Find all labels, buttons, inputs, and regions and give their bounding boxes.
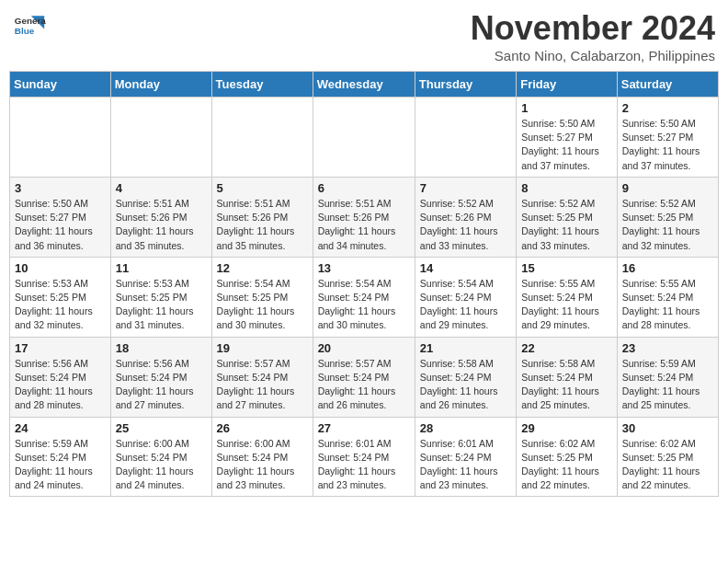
calendar-cell (415, 98, 516, 178)
calendar-cell: 26Sunrise: 6:00 AM Sunset: 5:24 PM Dayli… (211, 417, 313, 497)
calendar-body: 1Sunrise: 5:50 AM Sunset: 5:27 PM Daylig… (10, 98, 719, 497)
day-number: 15 (521, 261, 612, 275)
header-monday: Monday (110, 72, 211, 98)
calendar-cell: 25Sunrise: 6:00 AM Sunset: 5:24 PM Dayli… (110, 417, 211, 497)
calendar-cell: 5Sunrise: 5:51 AM Sunset: 5:26 PM Daylig… (211, 177, 313, 257)
calendar-cell: 11Sunrise: 5:53 AM Sunset: 5:25 PM Dayli… (110, 257, 211, 337)
day-number: 17 (15, 341, 106, 355)
week-row-2: 10Sunrise: 5:53 AM Sunset: 5:25 PM Dayli… (10, 257, 719, 337)
svg-text:General: General (15, 16, 46, 26)
day-info: Sunrise: 5:52 AM Sunset: 5:26 PM Dayligh… (420, 197, 511, 253)
calendar-cell: 28Sunrise: 6:01 AM Sunset: 5:24 PM Dayli… (415, 417, 516, 497)
day-info: Sunrise: 5:57 AM Sunset: 5:24 PM Dayligh… (217, 357, 308, 413)
day-info: Sunrise: 6:01 AM Sunset: 5:24 PM Dayligh… (318, 437, 410, 493)
day-number: 21 (420, 341, 511, 355)
day-number: 29 (521, 421, 612, 435)
day-info: Sunrise: 6:00 AM Sunset: 5:24 PM Dayligh… (116, 437, 207, 493)
calendar-cell: 13Sunrise: 5:54 AM Sunset: 5:24 PM Dayli… (313, 257, 415, 337)
day-number: 3 (15, 181, 106, 195)
calendar-cell: 30Sunrise: 6:02 AM Sunset: 5:25 PM Dayli… (617, 417, 718, 497)
calendar-cell: 29Sunrise: 6:02 AM Sunset: 5:25 PM Dayli… (517, 417, 618, 497)
day-info: Sunrise: 5:51 AM Sunset: 5:26 PM Dayligh… (318, 197, 410, 253)
day-number: 23 (622, 341, 713, 355)
day-number: 12 (217, 261, 308, 275)
day-info: Sunrise: 5:59 AM Sunset: 5:24 PM Dayligh… (622, 357, 713, 413)
day-number: 1 (521, 101, 612, 115)
day-info: Sunrise: 5:54 AM Sunset: 5:25 PM Dayligh… (217, 277, 308, 333)
day-info: Sunrise: 6:02 AM Sunset: 5:25 PM Dayligh… (521, 437, 612, 493)
svg-text:Blue: Blue (15, 26, 35, 36)
logo: General Blue (13, 9, 50, 42)
header-friday: Friday (517, 72, 618, 98)
logo-icon: General Blue (13, 9, 46, 42)
calendar-cell: 6Sunrise: 5:51 AM Sunset: 5:26 PM Daylig… (313, 177, 415, 257)
calendar-cell (313, 98, 415, 178)
calendar-cell: 17Sunrise: 5:56 AM Sunset: 5:24 PM Dayli… (10, 337, 111, 417)
calendar-cell: 10Sunrise: 5:53 AM Sunset: 5:25 PM Dayli… (10, 257, 111, 337)
day-number: 28 (420, 421, 511, 435)
month-title: November 2024 (471, 9, 715, 48)
calendar-cell: 8Sunrise: 5:52 AM Sunset: 5:25 PM Daylig… (517, 177, 618, 257)
location-title: Santo Nino, Calabarzon, Philippines (471, 48, 715, 63)
calendar-cell: 19Sunrise: 5:57 AM Sunset: 5:24 PM Dayli… (211, 337, 313, 417)
day-info: Sunrise: 5:54 AM Sunset: 5:24 PM Dayligh… (318, 277, 410, 333)
day-info: Sunrise: 5:51 AM Sunset: 5:26 PM Dayligh… (217, 197, 308, 253)
day-info: Sunrise: 5:56 AM Sunset: 5:24 PM Dayligh… (15, 357, 106, 413)
calendar-cell: 24Sunrise: 5:59 AM Sunset: 5:24 PM Dayli… (10, 417, 111, 497)
day-info: Sunrise: 5:55 AM Sunset: 5:24 PM Dayligh… (521, 277, 612, 333)
calendar-cell: 9Sunrise: 5:52 AM Sunset: 5:25 PM Daylig… (617, 177, 718, 257)
day-number: 8 (521, 181, 612, 195)
day-number: 18 (116, 341, 207, 355)
day-info: Sunrise: 5:52 AM Sunset: 5:25 PM Dayligh… (521, 197, 612, 253)
day-info: Sunrise: 5:53 AM Sunset: 5:25 PM Dayligh… (116, 277, 207, 333)
day-number: 19 (217, 341, 308, 355)
day-number: 26 (217, 421, 308, 435)
header-saturday: Saturday (617, 72, 718, 98)
header-tuesday: Tuesday (211, 72, 313, 98)
calendar-cell: 18Sunrise: 5:56 AM Sunset: 5:24 PM Dayli… (110, 337, 211, 417)
calendar-cell: 2Sunrise: 5:50 AM Sunset: 5:27 PM Daylig… (617, 98, 718, 178)
calendar-cell: 27Sunrise: 6:01 AM Sunset: 5:24 PM Dayli… (313, 417, 415, 497)
day-info: Sunrise: 5:54 AM Sunset: 5:24 PM Dayligh… (420, 277, 511, 333)
day-info: Sunrise: 5:50 AM Sunset: 5:27 PM Dayligh… (521, 117, 612, 173)
day-info: Sunrise: 6:01 AM Sunset: 5:24 PM Dayligh… (420, 437, 511, 493)
title-block: November 2024 Santo Nino, Calabarzon, Ph… (471, 9, 715, 63)
day-number: 6 (318, 181, 410, 195)
day-number: 16 (622, 261, 713, 275)
day-number: 9 (622, 181, 713, 195)
day-info: Sunrise: 5:57 AM Sunset: 5:24 PM Dayligh… (318, 357, 410, 413)
day-number: 20 (318, 341, 410, 355)
day-info: Sunrise: 5:55 AM Sunset: 5:24 PM Dayligh… (622, 277, 713, 333)
calendar-cell (10, 98, 111, 178)
day-info: Sunrise: 5:58 AM Sunset: 5:24 PM Dayligh… (420, 357, 511, 413)
day-number: 13 (318, 261, 410, 275)
day-number: 25 (116, 421, 207, 435)
header-thursday: Thursday (415, 72, 516, 98)
day-number: 27 (318, 421, 410, 435)
day-info: Sunrise: 5:58 AM Sunset: 5:24 PM Dayligh… (521, 357, 612, 413)
calendar-cell: 22Sunrise: 5:58 AM Sunset: 5:24 PM Dayli… (517, 337, 618, 417)
week-row-4: 24Sunrise: 5:59 AM Sunset: 5:24 PM Dayli… (10, 417, 719, 497)
day-number: 24 (15, 421, 106, 435)
calendar-cell: 23Sunrise: 5:59 AM Sunset: 5:24 PM Dayli… (617, 337, 718, 417)
calendar-cell: 21Sunrise: 5:58 AM Sunset: 5:24 PM Dayli… (415, 337, 516, 417)
day-number: 5 (217, 181, 308, 195)
day-info: Sunrise: 6:00 AM Sunset: 5:24 PM Dayligh… (217, 437, 308, 493)
calendar-header-row: SundayMondayTuesdayWednesdayThursdayFrid… (10, 72, 719, 98)
calendar-table: SundayMondayTuesdayWednesdayThursdayFrid… (9, 71, 719, 497)
day-info: Sunrise: 5:50 AM Sunset: 5:27 PM Dayligh… (622, 117, 713, 173)
day-info: Sunrise: 5:56 AM Sunset: 5:24 PM Dayligh… (116, 357, 207, 413)
day-number: 2 (622, 101, 713, 115)
day-info: Sunrise: 5:53 AM Sunset: 5:25 PM Dayligh… (15, 277, 106, 333)
header-wednesday: Wednesday (313, 72, 415, 98)
day-info: Sunrise: 6:02 AM Sunset: 5:25 PM Dayligh… (622, 437, 713, 493)
calendar-cell (211, 98, 313, 178)
day-info: Sunrise: 5:51 AM Sunset: 5:26 PM Dayligh… (116, 197, 207, 253)
calendar-cell: 4Sunrise: 5:51 AM Sunset: 5:26 PM Daylig… (110, 177, 211, 257)
calendar-cell: 1Sunrise: 5:50 AM Sunset: 5:27 PM Daylig… (517, 98, 618, 178)
calendar-cell: 16Sunrise: 5:55 AM Sunset: 5:24 PM Dayli… (617, 257, 718, 337)
calendar-cell: 3Sunrise: 5:50 AM Sunset: 5:27 PM Daylig… (10, 177, 111, 257)
calendar-cell: 7Sunrise: 5:52 AM Sunset: 5:26 PM Daylig… (415, 177, 516, 257)
week-row-3: 17Sunrise: 5:56 AM Sunset: 5:24 PM Dayli… (10, 337, 719, 417)
day-number: 4 (116, 181, 207, 195)
